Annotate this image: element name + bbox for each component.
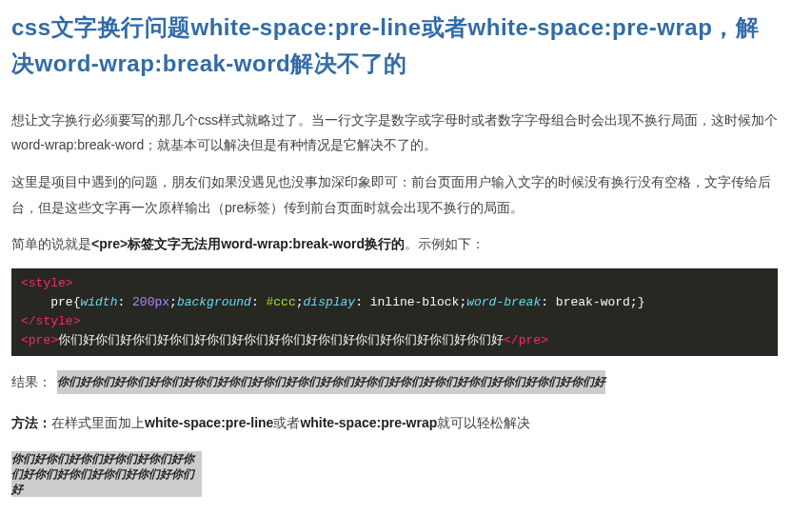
code-pre-open: pre [29,333,50,347]
method-text-3: 就可以轻松解决 [437,415,530,430]
article-title: css文字换行问题white-space:pre-line或者white-spa… [11,10,778,83]
code-block: <style> pre{width: 200px;background: #cc… [11,268,778,357]
result-label: 结果： [11,369,51,395]
code-val-width: 200px [132,295,169,309]
method-bold-prewrap: white-space:pre-wrap [300,415,437,430]
code-prop-width: width [80,295,117,309]
paragraph-2: 这里是项目中遇到的问题，朋友们如果没遇见也没事加深印象即可：前台页面用户输入文字… [11,169,778,220]
code-val-wordbreak: break-word [556,295,630,309]
result-pre: 你们好你们好你们好你们好你们好你们好你们好你们好你们好你们好你们好你们好你们好你… [57,370,605,394]
code-pre-close: pre [519,333,541,347]
paragraph-3: 简单的说就是<pre>标签文字无法用word-wrap:break-word换行… [11,231,778,257]
code-prop-background: background [177,295,251,309]
paragraph-1: 想让文字换行必须要写的那几个css样式就略过了。当一行文字是数字或字母时或者数字… [11,108,778,158]
code-prop-display: display [304,295,356,309]
code-prop-wordbreak: word-break [466,295,541,309]
wrapped-result-pre: 你们好你们好你们好你们好你们好你们好你们好你们好你们好你们好你们好 [11,451,202,498]
method-label: 方法： [11,415,51,430]
paragraph-3-bold: <pre>标签文字无法用word-wrap:break-word换行的 [91,236,405,251]
method-text-1: 在样式里面加上 [51,415,145,430]
method-paragraph: 方法：在样式里面加上white-space:pre-line或者white-sp… [11,410,778,436]
code-style-open: style [29,276,66,290]
method-bold-preline: white-space:pre-line [145,415,273,430]
code-pre-text: 你们好你们好你们好你们好你们好你们好你们好你们好你们好你们好你们好你们好 [58,333,504,347]
method-text-2: 或者 [273,415,300,430]
code-style-close: style [36,314,73,328]
result-row: 结果： 你们好你们好你们好你们好你们好你们好你们好你们好你们好你们好你们好你们好… [11,369,778,395]
paragraph-3-post: 。示例如下： [405,236,485,251]
paragraph-3-pre: 简单的说就是 [11,236,91,251]
code-selector: pre [50,295,72,309]
code-val-background: #ccc [267,295,296,309]
code-val-display: inline-block [370,295,460,309]
